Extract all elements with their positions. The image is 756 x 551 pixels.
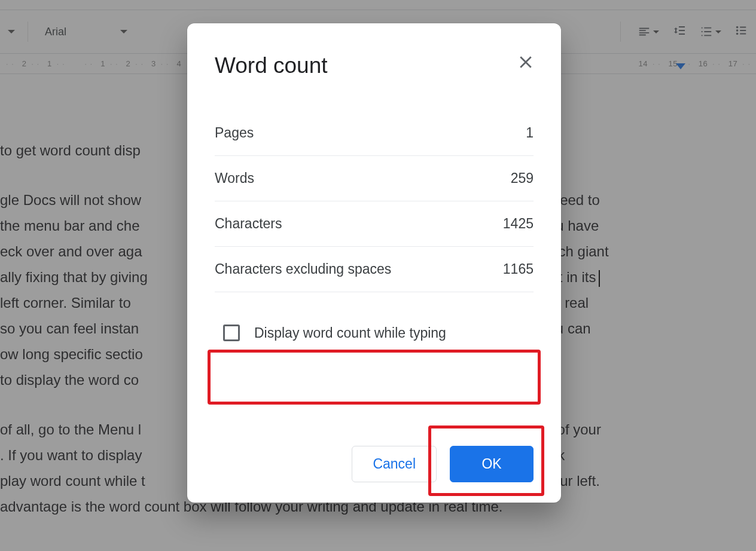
stat-label: Characters — [215, 216, 282, 232]
stat-value: 1 — [526, 125, 534, 141]
stat-value: 1425 — [503, 216, 534, 232]
close-button[interactable] — [517, 53, 535, 71]
word-count-dialog: Word count Pages 1 Words 259 Characters … — [187, 23, 561, 503]
display-while-typing-row[interactable]: Display word count while typing — [215, 311, 534, 354]
cancel-button[interactable]: Cancel — [352, 446, 437, 482]
dialog-buttons: Cancel OK — [352, 446, 534, 482]
stat-characters: Characters 1425 — [215, 201, 534, 247]
app-background: Arial ··2··1·· ··1··2··3··4 — [0, 0, 756, 551]
checkbox-label: Display word count while typing — [254, 325, 446, 341]
close-icon — [517, 53, 535, 71]
stat-words: Words 259 — [215, 156, 534, 201]
display-while-typing-checkbox[interactable] — [223, 325, 240, 341]
dialog-title: Word count — [215, 53, 534, 78]
ok-button[interactable]: OK — [450, 446, 534, 482]
stat-label: Words — [215, 170, 254, 186]
stat-pages: Pages 1 — [215, 111, 534, 156]
stat-characters-no-spaces: Characters excluding spaces 1165 — [215, 247, 534, 292]
stat-value: 1165 — [503, 261, 534, 277]
stat-label: Pages — [215, 125, 254, 141]
stat-value: 259 — [511, 170, 534, 186]
stat-label: Characters excluding spaces — [215, 261, 391, 277]
